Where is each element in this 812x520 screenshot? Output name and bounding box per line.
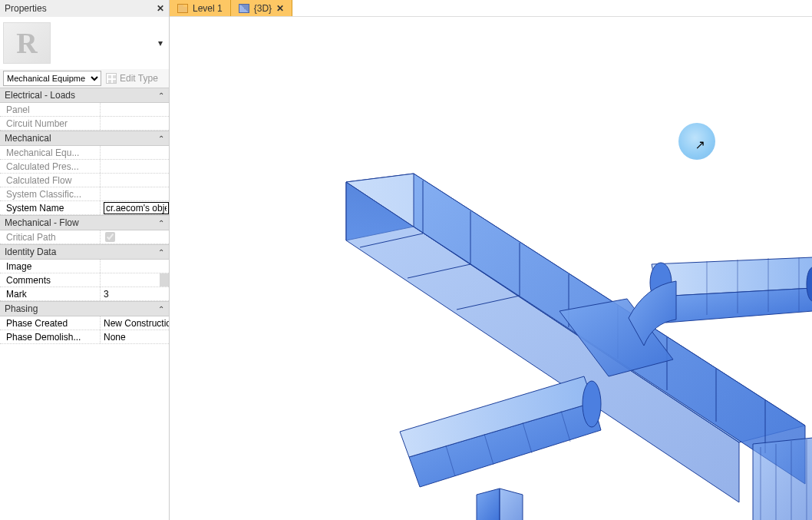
prop-phase-created[interactable]: Phase Created New Construction [0,316,169,330]
tab-level-1[interactable]: Level 1 [170,0,231,16]
svg-point-26 [583,381,601,427]
svg-marker-32 [500,489,523,520]
type-thumbnail: R [3,22,51,64]
prop-system-classification[interactable]: System Classific... [0,187,169,201]
svg-marker-33 [753,438,812,520]
prop-panel[interactable]: Panel [0,103,169,117]
properties-panel: Properties ✕ R ▾ Mechanical Equipme Edit… [0,0,170,520]
prop-image[interactable]: Image [0,260,169,273]
chevron-up-icon: ⌃ [158,134,164,143]
section-mechanical-flow[interactable]: Mechanical - Flow ⌃ [0,215,169,230]
prop-comments[interactable]: Comments [0,273,169,287]
tab-close-icon[interactable]: ✕ [276,3,284,14]
prop-calculated-pressure[interactable]: Calculated Pres... [0,160,169,174]
cursor-highlight-icon [678,123,715,160]
prop-system-name[interactable]: System Name [0,201,169,215]
3d-viewport[interactable] [170,17,812,520]
svg-marker-31 [477,489,500,520]
svg-marker-2 [346,182,739,502]
type-selector[interactable]: Mechanical Equipme [3,71,101,86]
section-phasing[interactable]: Phasing ⌃ [0,301,169,316]
panel-header: Properties ✕ [0,0,169,17]
chevron-up-icon: ⌃ [158,248,164,257]
prop-critical-path[interactable]: Critical Path [0,230,169,244]
prop-circuit-number[interactable]: Circuit Number [0,117,169,131]
critical-path-checkbox [105,232,115,242]
chevron-up-icon: ⌃ [158,305,164,313]
tab-3d[interactable]: {3D} ✕ [231,0,292,16]
thumbnail-dropdown-icon[interactable]: ▾ [155,38,166,48]
prop-mechanical-equipment[interactable]: Mechanical Equ... [0,146,169,160]
prop-phase-demolished[interactable]: Phase Demolish... None [0,330,169,344]
section-electrical-loads[interactable]: Electrical - Loads ⌃ [0,88,169,103]
chevron-up-icon: ⌃ [158,91,164,100]
panel-title: Properties [5,3,47,14]
chevron-up-icon: ⌃ [158,219,164,227]
edit-type-button: Edit Type [106,73,158,84]
panel-close-icon[interactable]: ✕ [157,3,164,14]
edit-type-icon [106,73,117,84]
system-name-input[interactable] [104,202,169,214]
prop-calculated-flow[interactable]: Calculated Flow [0,174,169,187]
section-mechanical[interactable]: Mechanical ⌃ [0,131,169,146]
duct-3d-model [170,17,812,520]
view-tabs: Level 1 {3D} ✕ [170,0,812,17]
prop-mark[interactable]: Mark 3 [0,287,169,301]
type-thumbnail-row: R ▾ [0,17,169,69]
cube-3d-icon [239,4,249,13]
plan-view-icon [177,4,188,13]
section-identity-data[interactable]: Identity Data ⌃ [0,244,169,260]
